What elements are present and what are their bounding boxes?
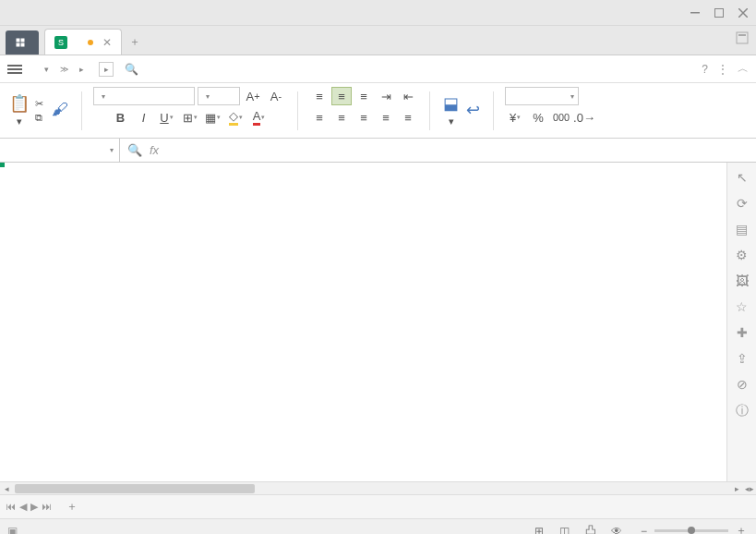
border-button[interactable]: ⊞▾ [180, 108, 200, 127]
first-sheet-icon[interactable]: ⏮ [6, 501, 16, 513]
selection-box [0, 163, 4, 166]
status-bar: ▣ ⊞ ◫ 凸 👁 − ＋ [0, 518, 756, 534]
close-button[interactable] [738, 7, 749, 18]
gear-icon[interactable]: ⚙ [736, 248, 748, 262]
cut-button[interactable]: ✂ [35, 98, 46, 110]
decrease-indent-button[interactable]: ⇤ [398, 87, 418, 105]
formula-bar: ▾ 🔍 fx [0, 139, 756, 163]
share-icon[interactable]: ⇪ [737, 351, 748, 366]
copy-button[interactable]: ⧉ [35, 112, 46, 124]
justify-button[interactable]: ≡ [376, 108, 396, 127]
font-color-button[interactable]: A▾ [249, 108, 270, 127]
fill-color-button[interactable]: ◇▾ [226, 108, 246, 127]
next-sheet-icon[interactable]: ▶ [30, 501, 38, 513]
comma-button[interactable]: 000 [551, 108, 571, 127]
file-menu-arrow-icon: ▾ [44, 65, 49, 74]
format-painter-button[interactable]: 🖌 [50, 100, 70, 121]
sheet-tabs: ⏮ ◀ ▶ ⏭ ＋ [0, 494, 756, 518]
tabs-overflow-icon[interactable] [736, 31, 749, 44]
copy-icon: ⧉ [35, 112, 42, 124]
scroll-split-icon[interactable]: ◂▸ [743, 484, 756, 493]
scroll-thumb[interactable] [15, 484, 255, 493]
percent-button[interactable]: % [528, 108, 548, 127]
normal-view-button[interactable]: ⊞ [530, 524, 548, 535]
sheet-area: ↖ ⟳ ▤ ⚙ 🖼 ☆ ✚ ⇪ ⊘ ⓘ [0, 163, 756, 481]
unsaved-indicator-icon [88, 40, 93, 45]
align-left-button[interactable]: ≡ [309, 108, 330, 127]
spreadsheet-icon: S [54, 36, 67, 49]
ribbon-search[interactable]: 🔍 [125, 63, 244, 76]
align-center-button[interactable]: ≡ [331, 108, 352, 127]
document-tab[interactable]: S ✕ [44, 29, 122, 55]
zoom-out-button[interactable]: − [641, 525, 647, 535]
add-sheet-button[interactable]: ＋ [59, 495, 85, 518]
nav-prev-icon[interactable]: ≫ [60, 65, 68, 74]
minimize-button[interactable] [690, 7, 701, 18]
font-size-combo[interactable]: ▾ [198, 87, 240, 105]
fill-handle[interactable] [0, 163, 5, 167]
increase-font-button[interactable]: A+ [243, 87, 263, 105]
reading-view-button[interactable]: 👁 [607, 524, 626, 535]
last-sheet-icon[interactable]: ⏭ [42, 501, 52, 513]
align-bottom-button[interactable]: ≡ [354, 87, 374, 105]
prev-sheet-icon[interactable]: ◀ [19, 501, 27, 513]
currency-button[interactable]: ¥▾ [505, 108, 525, 127]
horizontal-scrollbar[interactable]: ◂ ▸ ◂▸ [0, 481, 756, 494]
wrap-icon: ↩ [466, 100, 480, 120]
font-name-combo[interactable]: ▾ [93, 87, 195, 105]
scroll-right-icon[interactable]: ▸ [730, 484, 743, 493]
search-icon: 🔍 [125, 63, 138, 76]
zoom-in-button[interactable]: ＋ [736, 523, 747, 534]
maximize-button[interactable] [714, 7, 725, 18]
more-icon[interactable]: ⋮ [717, 63, 728, 76]
paste-button[interactable]: 📋 ▾ [7, 93, 31, 127]
gallery-icon[interactable]: 🖼 [736, 273, 749, 288]
status-layout-icon[interactable]: ▣ [7, 525, 18, 535]
help-icon[interactable]: ? [702, 63, 708, 76]
nav-arrow-icon: ▸ [79, 65, 84, 74]
window-titlebar [0, 0, 756, 26]
cut-icon: ✂ [35, 98, 43, 110]
italic-button[interactable]: I [134, 108, 154, 127]
refresh-icon[interactable]: ⟳ [737, 196, 748, 211]
align-middle-button[interactable]: ≡ [331, 87, 352, 105]
bold-button[interactable]: B [111, 108, 131, 127]
decrease-font-button[interactable]: A- [266, 87, 286, 105]
align-right-button[interactable]: ≡ [354, 108, 374, 127]
cell-style-button[interactable]: ▦▾ [203, 108, 223, 127]
wrap-text-button[interactable]: ↩ [464, 100, 482, 122]
orientation-button[interactable]: ≡ [398, 108, 418, 127]
increase-indent-button[interactable]: ⇥ [376, 87, 396, 105]
feedback-icon[interactable]: ⊘ [737, 377, 748, 392]
star-icon[interactable]: ☆ [736, 299, 748, 314]
close-tab-icon[interactable]: ✕ [102, 36, 112, 49]
collapse-ribbon-icon[interactable]: ︿ [738, 61, 749, 77]
page-layout-view-button[interactable]: ◫ [556, 524, 574, 535]
number-format-combo[interactable]: ▾ [505, 87, 579, 105]
merge-icon: ⬓ [443, 93, 459, 114]
file-menu[interactable] [30, 67, 41, 72]
fx-icon[interactable]: fx [150, 143, 159, 157]
zoom-slider[interactable] [654, 529, 728, 532]
scroll-left-icon[interactable]: ◂ [0, 484, 13, 493]
page-break-view-button[interactable]: 凸 [582, 524, 600, 535]
menu-icon[interactable] [7, 65, 22, 74]
svg-rect-1 [715, 8, 724, 17]
underline-button[interactable]: U▾ [157, 108, 177, 127]
new-tab-button[interactable]: ＋ [122, 29, 148, 55]
name-box[interactable]: ▾ [0, 139, 120, 162]
cancel-input-icon[interactable]: 🔍 [127, 143, 142, 157]
align-top-button[interactable]: ≡ [309, 87, 330, 105]
clip-icon[interactable]: ✚ [737, 325, 748, 340]
ribbon: 📋 ▾ ✂ ⧉ 🖌 ▾ ▾ A+ A- B I U▾ ⊞▾ ▦▾ ◇▾ A▾ [0, 83, 756, 139]
select-tool-icon[interactable]: ↖ [737, 170, 748, 185]
wps-home-button[interactable] [6, 30, 39, 55]
info-icon[interactable]: ⓘ [736, 403, 749, 419]
properties-icon[interactable]: ▤ [736, 222, 748, 237]
increase-decimal-button[interactable]: .0→ [574, 108, 594, 127]
merge-center-button[interactable]: ⬓ ▾ [441, 93, 461, 127]
grid[interactable] [0, 163, 726, 481]
formula-input[interactable] [166, 144, 749, 157]
search-input[interactable] [142, 63, 244, 76]
more-tabs-button[interactable]: ▸ [99, 62, 114, 77]
